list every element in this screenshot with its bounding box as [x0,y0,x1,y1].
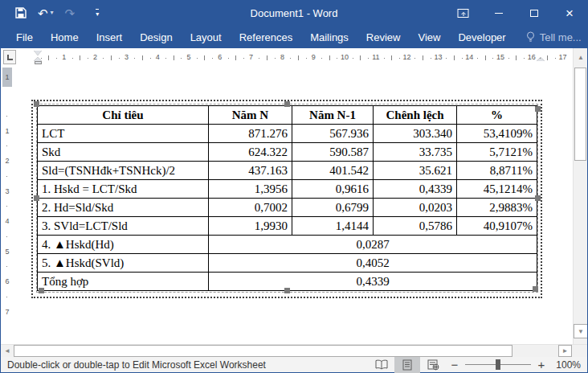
ruler-tick [477,58,478,59]
tab-file[interactable]: File [7,27,42,47]
undo-button[interactable]: ↶▾ [38,7,54,19]
vertical-scroll-thumb[interactable] [574,68,586,161]
scroll-down-icon[interactable]: ▼ [574,324,587,338]
tab-stop-selector[interactable] [3,50,16,64]
close-button[interactable]: × [552,0,587,26]
selection-handle[interactable] [284,101,290,107]
ruler-number: 8 [280,53,284,61]
ruler-tick [524,58,525,59]
ruler-number: 2 [93,53,97,61]
table-row: 4. ▲Hskd(Hd)0,0287 [38,236,537,254]
ruler-tick [6,236,7,237]
customize-qat-icon[interactable]: ▾ [96,9,99,18]
tab-references[interactable]: References [231,27,301,47]
ruler-tick [516,55,517,60]
tab-review[interactable]: Review [357,27,410,47]
selection-handle[interactable] [34,195,39,201]
merged-value-cell: 0,4052 [209,254,537,273]
selection-handle[interactable] [535,106,541,112]
tab-layout[interactable]: Layout [182,27,231,47]
ribbon-display-options-icon[interactable] [446,0,481,26]
web-layout-button[interactable] [420,357,446,373]
zoom-out-button[interactable]: − [446,358,463,371]
scroll-right-icon[interactable]: ► [558,345,572,357]
ruler-tick [540,58,541,59]
ruler-number: 1 [62,53,66,61]
tab-insert[interactable]: Insert [88,27,132,47]
zoom-in-button[interactable]: + [533,358,550,371]
redo-button-disabled: ↷ [65,7,76,19]
selection-handle[interactable] [535,195,541,201]
ruler-tick [72,58,73,59]
ruler-tick [275,58,276,59]
ruler-tick [6,206,7,207]
value-cell: 0,6799 [292,199,374,217]
value-cell: 35.621 [374,162,457,180]
scroll-up-icon[interactable]: ▲ [574,50,587,64]
value-cell: 871.276 [209,125,292,143]
right-indent-marker[interactable] [537,57,545,61]
ruler-tick [368,58,369,59]
value-cell: 2,9883% [457,199,537,217]
value-cell: 567.936 [292,125,374,143]
selection-handle[interactable] [34,101,39,107]
selection-handle[interactable] [533,286,538,292]
value-cell: 33.735 [374,143,457,162]
ruler-tick [267,55,267,60]
minimize-button[interactable] [481,0,517,26]
ruler-number: 4 [156,53,160,61]
maximize-button[interactable] [517,0,552,26]
tell-me-box[interactable]: Tell me... [526,31,582,43]
tab-view[interactable]: View [409,27,449,47]
print-layout-button[interactable] [394,357,420,373]
quick-access-toolbar: ↶▾ ↷ ▾ [1,7,99,19]
ruler-number: 6 [218,53,222,61]
column-header: Chênh lệch [374,106,457,125]
value-cell: 1,3956 [209,180,292,199]
ruler-tick [243,58,244,59]
merged-value-cell: 0,0287 [209,236,537,254]
ruler-tick [6,266,7,267]
zoom-slider-thumb[interactable] [496,359,500,370]
undo-dropdown-icon[interactable]: ▾ [51,10,54,16]
ruler-number: 11 [372,53,379,61]
tab-home[interactable]: Home [42,27,88,47]
ruler-number: 15 [496,53,504,61]
value-cell: 401.542 [292,162,374,180]
horizontal-ruler[interactable]: 1234567891011121314151617 [18,51,568,64]
vertical-ruler[interactable]: 1 1234567 [1,68,14,344]
tab-developer[interactable]: Developer [449,27,514,47]
ruler-tick [298,55,299,60]
value-cell: 303.340 [374,125,457,143]
value-cell: 5,7121% [457,143,537,162]
ruler-tick [399,58,400,59]
status-bar-right: − + 100% [369,357,584,372]
vertical-scrollbar[interactable]: ▲ ▼ [573,48,587,344]
selection-handle[interactable] [39,288,44,293]
excel-worksheet-table[interactable]: Chỉ tiêuNăm NNăm N-1Chênh lệch% LCT871.2… [37,105,537,291]
selection-handle[interactable] [284,288,290,293]
read-mode-button[interactable] [369,357,394,373]
ruler-tick [111,55,112,60]
value-cell: 0,7002 [209,199,292,217]
horizontal-scrollbar[interactable]: ◄ ► [1,344,587,357]
value-cell: 0,0203 [374,199,457,217]
ruler-number: 1 [5,127,9,135]
row-label-cell: Tổng hợp [38,273,209,291]
tab-design[interactable]: Design [131,27,181,47]
first-line-indent-marker[interactable] [34,51,42,55]
left-indent-marker[interactable] [35,61,42,64]
ruler-number: 3 [5,187,9,195]
horizontal-scroll-thumb[interactable] [14,345,512,357]
ruler-tick [329,55,330,60]
tab-mailings[interactable]: Mailings [301,27,357,47]
save-icon[interactable] [15,7,27,18]
ruler-tick [212,58,213,59]
zoom-slider[interactable] [465,364,531,365]
ruler-tick [150,58,151,59]
column-header: % [457,106,537,125]
row-label-cell: 5. ▲Hskd(SVld) [38,254,209,273]
ruler-tick [321,58,322,59]
column-header: Năm N [209,106,292,125]
scroll-left-icon[interactable]: ◄ [1,345,14,357]
